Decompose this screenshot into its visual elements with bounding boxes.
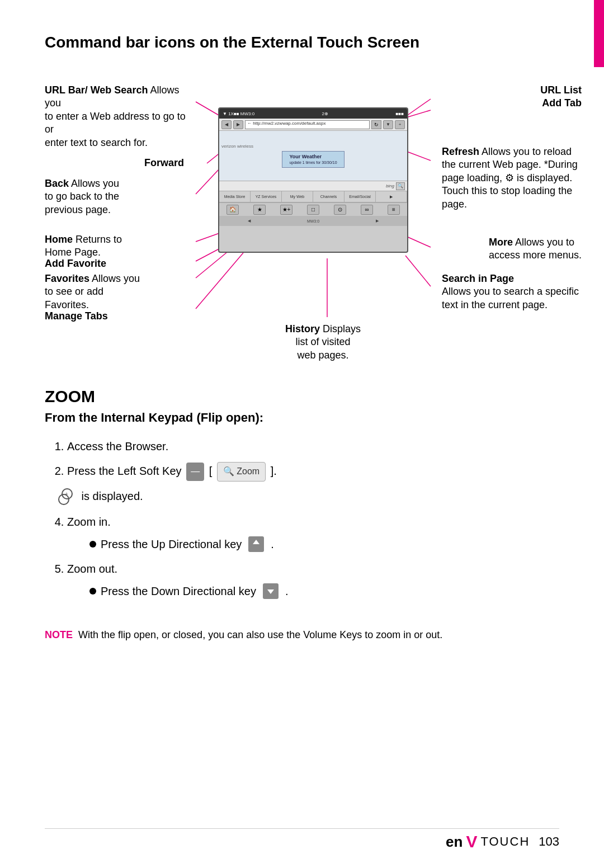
url-list-annotation: URL List Add Tab <box>540 84 582 110</box>
right-soft-key: ▶ <box>376 219 379 223</box>
left-soft-key: ◀ <box>248 219 251 223</box>
zoom-step-2: Press the Left Soft Key — [ 🔍 Zoom ]. <box>67 461 559 482</box>
step5-period: . <box>285 581 289 601</box>
bullet-dot-5 <box>89 588 96 595</box>
center-label: MW3:0 <box>307 219 319 223</box>
zoom-step-5: Zoom out. Press the Down Directional key… <box>67 559 559 601</box>
zoom-step-3: + is displayed. <box>56 486 559 507</box>
page-number: 103 <box>539 834 559 849</box>
favorites-annotation: Favorites Allows youto see or addFavorit… <box>45 272 140 312</box>
back-annotation: Back Allows youto go back to theprevious… <box>45 177 119 216</box>
search-bar-row: bing 🔍 <box>219 181 407 191</box>
page-footer: enVTOUCH 103 <box>446 832 559 851</box>
more-annotation: More Allows you toaccess more menus. <box>489 236 582 262</box>
status-center: 2⊕ <box>322 111 328 116</box>
zoom-steps: Access the Browser. Press the Left Soft … <box>45 436 559 601</box>
more-icon-mock: ≡ <box>388 205 400 215</box>
refresh-label: Refresh <box>442 146 479 157</box>
manage-tabs-annotation: Manage Tabs <box>45 310 108 323</box>
status-bar: ▼ 1X■■ MW3:0 2⊕ ■■■ <box>219 108 407 119</box>
brand-v: V <box>466 832 477 851</box>
step4-bullet-text: Press the Up Directional key <box>101 534 242 554</box>
refresh-annotation: Refresh Allows you to reload the current… <box>442 145 582 211</box>
copy-icon-mock: □ <box>307 205 319 215</box>
tab-more: ▶ <box>376 191 407 202</box>
favorites-label: Favorites <box>45 273 89 284</box>
add-favorite-label: Add Favorite <box>45 258 106 269</box>
add-fav-icon-mock: ★+ <box>280 205 292 215</box>
note-label: NOTE <box>45 629 73 641</box>
url-bar-label: URL Bar/ Web Search <box>45 84 148 96</box>
svg-line-10 <box>405 236 431 247</box>
search-in-page-annotation: Search in Page Allows you to search a sp… <box>442 272 582 312</box>
zoom-key-label: 🔍 Zoom <box>217 462 266 482</box>
home-icon-mock: 🏠 <box>226 205 239 215</box>
status-left: ▼ 1X■■ MW3:0 <box>223 111 254 116</box>
bullet-dot-4 <box>89 541 96 548</box>
url-input-mock: ← http://mw2.vzwwap.com/default.aspx <box>245 120 370 129</box>
browser-content: verizon wireless Your Weatherupdate 1 ti… <box>219 131 407 181</box>
url-list-label: URL List <box>540 84 582 97</box>
svg-line-11 <box>405 256 431 286</box>
home-label: Home <box>45 234 73 245</box>
svg-line-6 <box>196 253 243 309</box>
url-bar-row: ◀ ▶ ← http://mw2.vzwwap.com/default.aspx… <box>219 119 407 131</box>
tab-channels: Channels <box>313 191 345 202</box>
step2-bracket-close: ]. <box>271 465 277 477</box>
search-in-page-desc: Allows you to search a specific text in … <box>442 285 582 312</box>
add-favorite-annotation: Add Favorite <box>45 257 106 270</box>
note-box: NOTE With the flip open, or closed, you … <box>45 629 559 641</box>
down-directional-key <box>263 583 279 599</box>
step2-text: Press the Left Soft Key <box>67 465 182 477</box>
forward-label: Forward <box>144 157 184 168</box>
battery-icon: ■■■ <box>395 111 404 116</box>
soft-key-row: ◀ MW3:0 ▶ <box>219 216 407 226</box>
zoom-step-4: Zoom in. Press the Up Directional key . <box>67 512 559 554</box>
zoom-step-1: Access the Browser. <box>67 436 559 456</box>
tab-media-store: Media Store <box>219 191 251 202</box>
more-label: More <box>489 237 513 248</box>
svg-line-9 <box>405 151 431 161</box>
forward-btn-mock: ▶ <box>233 120 243 129</box>
bing-label: bing <box>386 183 394 188</box>
note-text: With the flip open, or closed, you can a… <box>78 629 442 641</box>
back-btn: ◀ <box>221 120 232 129</box>
history-annotation: History Displayslist of visitedweb pages… <box>285 323 361 362</box>
zoom-step-5-bullet: Press the Down Directional key . <box>89 581 559 601</box>
url-list-btn: ▼ <box>383 120 393 129</box>
zoom-section: ZOOM From the Internal Keypad (Flip open… <box>45 387 559 641</box>
history-label: History <box>285 323 320 334</box>
search-icon-mock: 🔍 <box>396 182 405 190</box>
diagram-area: ▼ 1X■■ MW3:0 2⊕ ■■■ ◀ ▶ ← http://mw2.vzw… <box>45 68 582 376</box>
bottom-bar: 🏠 ★ ★+ □ ⊙ ∞ ≡ <box>219 202 407 216</box>
url-bar-annotation: URL Bar/ Web Search Allows youto enter a… <box>45 84 190 149</box>
add-tab-label: Add Tab <box>540 97 582 110</box>
accent-bar <box>594 0 604 67</box>
tab-my-web: My Web <box>282 191 313 202</box>
refresh-btn-mock: ↻ <box>371 120 381 129</box>
zoom-title: ZOOM <box>45 387 559 406</box>
search-in-page-label: Search in Page <box>442 272 582 285</box>
step2-bracket-open: [ <box>209 465 213 477</box>
tab-yz-services: YZ Services <box>251 191 282 202</box>
section-title: Command bar icons on the External Touch … <box>45 34 559 51</box>
footer-divider <box>45 828 559 829</box>
tab-email-social: Email/Social <box>345 191 376 202</box>
back-label: Back <box>45 178 69 189</box>
brand-en: en <box>446 833 463 851</box>
home-annotation: Home Returns toHome Page. <box>45 233 122 260</box>
weather-widget: Your Weatherupdate 1 times for 30/30/10 <box>282 151 344 168</box>
svg-point-15 <box>59 494 69 504</box>
fav-icon-mock: ★ <box>253 205 266 215</box>
step3-text: is displayed. <box>82 490 143 502</box>
left-soft-key-icon: — <box>186 463 204 481</box>
forward-annotation: Forward <box>144 157 184 169</box>
add-tab-btn-mock: + <box>395 120 405 129</box>
step5-bullet-text: Press the Down Directional key <box>101 581 256 601</box>
up-directional-key <box>248 536 264 552</box>
brand-touch: TOUCH <box>480 834 530 849</box>
tab-row: Media Store YZ Services My Web Channels … <box>219 191 407 202</box>
zoom-mode-icon: + <box>56 487 76 507</box>
step4-period: . <box>271 534 274 554</box>
settings-icon-mock: ⊙ <box>334 205 346 215</box>
